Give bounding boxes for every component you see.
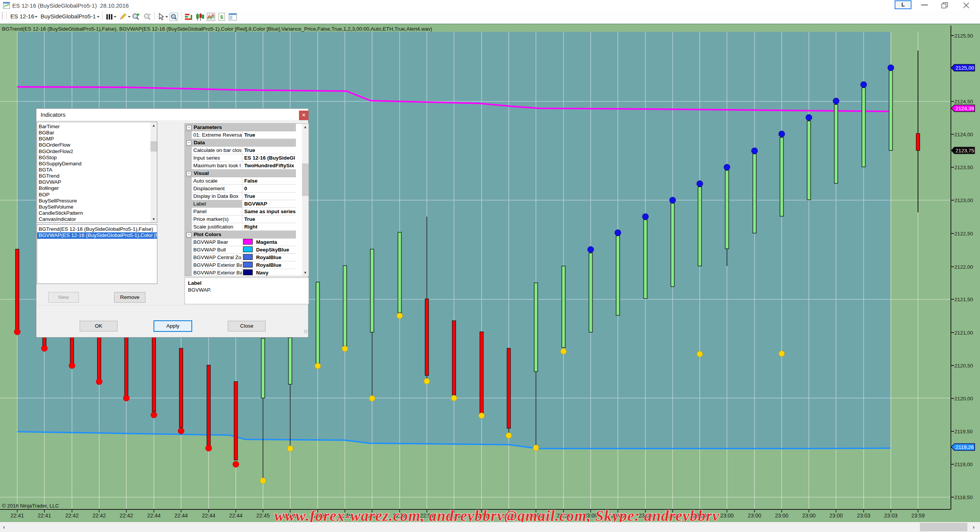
svg-text:2123,75: 2123,75	[956, 148, 974, 153]
svg-text:22:45: 22:45	[256, 512, 270, 519]
svg-text:2119,00: 2119,00	[954, 462, 973, 467]
svg-text:23:00: 23:00	[829, 512, 843, 519]
svg-text:22:41: 22:41	[38, 512, 51, 519]
svg-text:2120,00: 2120,00	[954, 396, 973, 401]
svg-text:2124,39: 2124,39	[956, 106, 974, 111]
svg-text:23:00: 23:00	[748, 512, 761, 519]
svg-text:2121,00: 2121,00	[954, 330, 973, 336]
svg-text:BGTrend(ES 12-16 (BuySideGloba: BGTrend(ES 12-16 (BuySideGlobalPro5-1),F…	[2, 26, 432, 32]
svg-text:2118,50: 2118,50	[954, 494, 973, 500]
svg-text:22:44: 22:44	[229, 512, 242, 519]
svg-text:2121,50: 2121,50	[954, 297, 973, 302]
svg-text:22:42: 22:42	[65, 512, 78, 519]
svg-text:23:03: 23:03	[884, 512, 897, 519]
svg-text:23:00: 23:00	[775, 512, 788, 519]
svg-text:22:44: 22:44	[147, 512, 160, 519]
svg-text:2122,50: 2122,50	[954, 231, 973, 237]
svg-text:2125,50: 2125,50	[954, 33, 973, 39]
svg-text:22:42: 22:42	[119, 512, 133, 519]
svg-text:23:59: 23:59	[911, 512, 924, 519]
svg-text:23:03: 23:03	[857, 512, 870, 519]
svg-text:22:44: 22:44	[202, 512, 215, 519]
svg-text:$: $	[220, 14, 223, 20]
svg-text:22:41: 22:41	[10, 512, 24, 519]
svg-text:23:00: 23:00	[802, 512, 815, 519]
svg-text:2120,50: 2120,50	[954, 363, 973, 369]
svg-text:2119,26: 2119,26	[956, 444, 974, 450]
svg-text:22:44: 22:44	[174, 512, 188, 519]
svg-text:22:42: 22:42	[92, 512, 106, 519]
svg-text:23:00: 23:00	[720, 512, 733, 519]
svg-text:2123,50: 2123,50	[954, 165, 973, 170]
svg-text:2122,00: 2122,00	[954, 264, 973, 270]
svg-text:2124,50: 2124,50	[954, 99, 973, 104]
svg-text:© 2016 NinjaTrader, LLC: © 2016 NinjaTrader, LLC	[2, 503, 59, 509]
svg-text:2125,00: 2125,00	[956, 65, 974, 71]
svg-text:2123,00: 2123,00	[954, 197, 973, 203]
svg-text:2119,50: 2119,50	[954, 429, 973, 434]
svg-text:2124,00: 2124,00	[954, 132, 973, 137]
